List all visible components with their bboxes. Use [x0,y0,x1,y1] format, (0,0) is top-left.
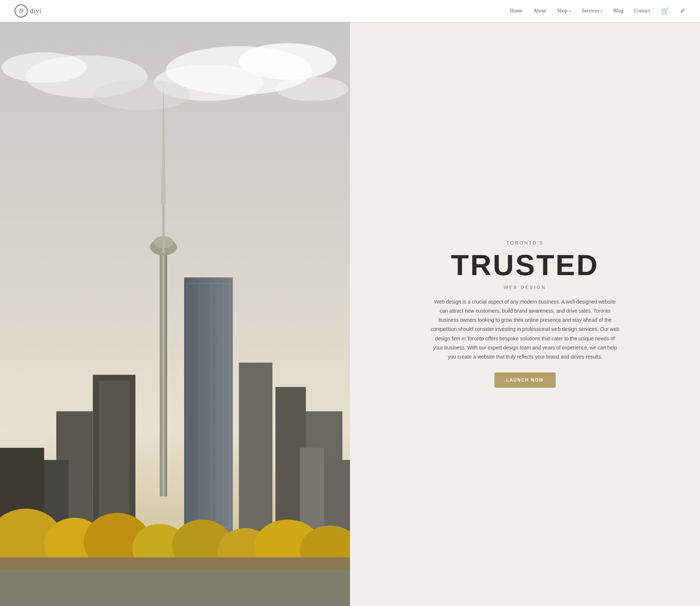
svg-rect-13 [184,277,233,533]
city-skyline-svg [0,22,350,606]
logo-icon: D [15,4,28,17]
nav-about[interactable]: About [533,8,546,14]
nav-home[interactable]: Home [510,8,522,14]
svg-rect-21 [239,363,272,533]
svg-rect-37 [0,570,350,606]
logo-text: divi [30,7,42,15]
nav-shop[interactable]: Shop ▾ [557,8,571,14]
svg-point-6 [93,80,190,110]
launch-button[interactable]: LAUNCH NOW [494,372,555,388]
hero-city-image [0,22,350,606]
svg-point-7 [276,77,349,101]
torontos-label: TORONTO'S [430,240,620,246]
shop-chevron-icon: ▾ [569,9,571,13]
hero-text-block: TORONTO'S TRUSTED WEB DESIGN Web design … [430,240,620,388]
hero-description: Web design is a crucial aspect of any mo… [430,297,620,361]
logo[interactable]: D divi [15,4,42,17]
cart-icon[interactable]: 🛒 [661,7,669,15]
search-icon[interactable]: ✓ [680,7,685,15]
hero-section: TORONTO'S TRUSTED WEB DESIGN Web design … [0,22,700,606]
main-nav: Home About Shop ▾ Services ▾ Blog Contac… [510,7,685,15]
site-header: D divi Home About Shop ▾ Services ▾ Blog… [0,0,700,22]
svg-rect-8 [160,253,167,497]
hero-heading: TRUSTED [430,249,620,281]
hero-content: TORONTO'S TRUSTED WEB DESIGN Web design … [350,22,700,606]
web-design-label: WEB DESIGN [430,285,620,290]
nav-contact[interactable]: Contact [634,8,650,14]
nav-blog[interactable]: Blog [613,8,623,14]
svg-point-5 [1,52,87,82]
services-chevron-icon: ▾ [600,9,602,13]
nav-services[interactable]: Services ▾ [582,8,602,14]
main-content: TORONTO'S TRUSTED WEB DESIGN Web design … [0,22,700,606]
